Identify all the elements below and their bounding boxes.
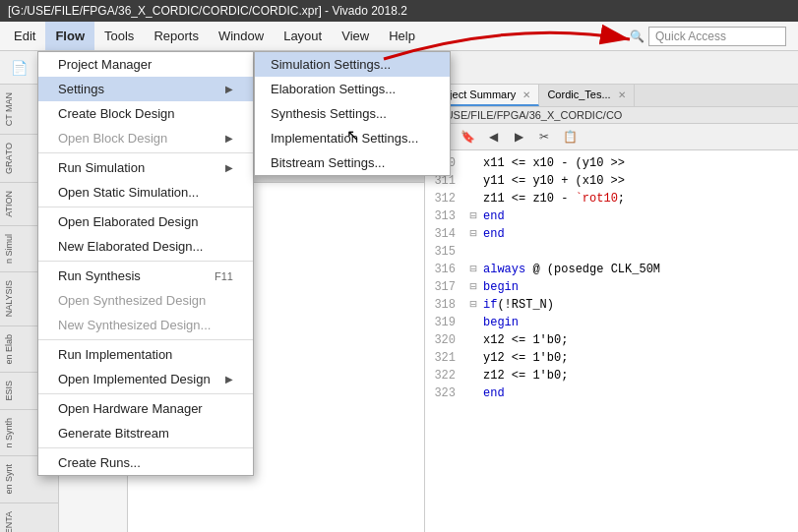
code-line-314: 314 ⊟ end [425, 225, 798, 243]
synthesis-shortcut: F11 [215, 270, 233, 282]
flow-menu-settings[interactable]: Settings ▶ [38, 77, 253, 101]
flow-dropdown-menu: Project Manager Settings ▶ Create Block … [37, 51, 254, 476]
flow-menu-new-synth: New Synthesized Design... [38, 313, 253, 337]
flow-menu-open-impl[interactable]: Open Implemented Design ▶ [38, 367, 253, 391]
menu-window[interactable]: Window [209, 22, 274, 50]
menu-layout[interactable]: Layout [274, 22, 332, 50]
run-simulation-arrow: ▶ [225, 162, 233, 173]
flow-menu-create-block[interactable]: Create Block Design [38, 101, 253, 126]
settings-simulation-label: Simulation Settings... [271, 57, 391, 72]
code-line-320: 320 x12 <= 1'b0; [425, 331, 798, 349]
code-line-312: 312 z11 <= z10 - `rot10; [425, 190, 798, 207]
quick-access-area: 🔍 Quick Access [630, 27, 794, 46]
code-line-316: 316 ⊟ always @ (posedge CLK_50M [425, 261, 798, 278]
bookmark-btn[interactable]: 🔖 [457, 126, 478, 148]
new-button[interactable]: 📄 [6, 55, 31, 81]
nav-back-btn[interactable]: ◀ [482, 126, 504, 148]
settings-submenu: Simulation Settings... Elaboration Setti… [254, 51, 451, 176]
flow-menu-sep-1 [38, 152, 253, 153]
menu-tools[interactable]: Tools [94, 22, 144, 50]
settings-implementation-label: Implementation Settings... [271, 131, 418, 146]
code-line-319: 319 begin [425, 314, 798, 331]
settings-elaboration[interactable]: Elaboration Settings... [255, 77, 450, 101]
flow-menu-hw-manager[interactable]: Open Hardware Manager [38, 396, 253, 421]
code-line-321: 321 y12 <= 1'b0; [425, 349, 798, 367]
flow-menu-run-impl[interactable]: Run Implementation [38, 342, 253, 367]
code-line-323: 323 end [425, 384, 798, 402]
tab-cordic-label: Cordic_Tes... [547, 89, 610, 100]
cordic-close[interactable]: ✕ [618, 89, 626, 100]
code-line-310: 310 x11 <= x10 - (y10 >> [425, 154, 798, 172]
code-line-315: 315 [425, 243, 798, 261]
quick-access-label: Quick Access [655, 30, 726, 43]
menu-bar: Edit Flow Tools Reports Window Layout Vi… [0, 22, 798, 51]
code-area[interactable]: 310 x11 <= x10 - (y10 >> 311 y11 <= y10 … [425, 150, 798, 532]
menu-reports[interactable]: Reports [144, 22, 209, 50]
flow-menu-run-synthesis[interactable]: Run Synthesis F11 [38, 264, 253, 288]
code-line-313: 313 ⊟ end [425, 207, 798, 225]
settings-bitstream-label: Bitstream Settings... [271, 155, 385, 170]
settings-synthesis-label: Synthesis Settings... [271, 106, 387, 121]
flow-menu-sep-3 [38, 261, 253, 262]
flow-menu-sep-2 [38, 207, 253, 207]
quick-access-search[interactable]: Quick Access [648, 27, 786, 46]
flow-menu-sep-4 [38, 339, 253, 340]
flow-menu-new-elab[interactable]: New Elaborated Design... [38, 234, 253, 259]
right-panel-tabs: Project Summary ✕ Cordic_Tes... ✕ [425, 85, 798, 107]
menu-flow[interactable]: Flow [45, 22, 94, 50]
flow-menu-open-elab[interactable]: Open Elaborated Design [38, 209, 253, 234]
flow-menu-sep-6 [38, 447, 253, 448]
project-summary-close[interactable]: ✕ [522, 89, 530, 100]
code-line-322: 322 z12 <= 1'b0; [425, 367, 798, 384]
flow-menu-open-block: Open Block Design ▶ [38, 126, 253, 150]
settings-synthesis[interactable]: Synthesis Settings... [255, 101, 450, 126]
impl-arrow: ▶ [225, 374, 233, 384]
copy-code-btn[interactable]: 📋 [559, 126, 581, 148]
flow-menu-sep-5 [38, 393, 253, 394]
title-text: [G:/USE/FILE/FPGA/36_X_CORDIC/CORDIC/COR… [8, 4, 407, 18]
settings-bitstream[interactable]: Bitstream Settings... [255, 150, 450, 175]
flow-menu-run-simulation[interactable]: Run Simulation ▶ [38, 155, 253, 180]
path-text: G:/USE/FILE/FPGA/36_X_CORDIC/CO [431, 109, 622, 121]
settings-elaboration-label: Elaboration Settings... [271, 82, 396, 96]
tab-cordic-test[interactable]: Cordic_Tes... ✕ [539, 85, 634, 106]
settings-simulation[interactable]: Simulation Settings... [255, 52, 450, 77]
menu-edit[interactable]: Edit [4, 22, 45, 50]
open-block-arrow: ▶ [225, 133, 233, 144]
menu-view[interactable]: View [332, 22, 379, 50]
title-bar: [G:/USE/FILE/FPGA/36_X_CORDIC/CORDIC/COR… [0, 0, 798, 22]
settings-implementation[interactable]: Implementation Settings... [255, 126, 450, 150]
cut-code-btn[interactable]: ✂ [533, 126, 555, 148]
code-line-311: 311 y11 <= y10 + (x10 >> [425, 172, 798, 190]
settings-submenu-arrow: ▶ [225, 84, 233, 94]
right-panel: Project Summary ✕ Cordic_Tes... ✕ G:/USE… [424, 85, 798, 532]
flow-menu-create-runs[interactable]: Create Runs... [38, 450, 253, 475]
flow-menu-open-synth: Open Synthesized Design [38, 288, 253, 313]
search-icon: 🔍 [630, 30, 645, 43]
flow-menu-open-static-sim[interactable]: Open Static Simulation... [38, 180, 253, 205]
code-line-317: 317 ⊟ begin [425, 278, 798, 296]
sidebar-menta: MENTA [0, 503, 58, 532]
path-bar: G:/USE/FILE/FPGA/36_X_CORDIC/CO [425, 107, 798, 124]
flow-menu-gen-bitstream[interactable]: Generate Bitstream [38, 421, 253, 445]
flow-menu-project-manager[interactable]: Project Manager [38, 52, 253, 77]
nav-forward-btn[interactable]: ▶ [508, 126, 529, 148]
menu-help[interactable]: Help [379, 22, 425, 50]
code-line-318: 318 ⊟ if(!RST_N) [425, 296, 798, 314]
code-toolbar: 🔍 🔖 ◀ ▶ ✂ 📋 [425, 124, 798, 150]
